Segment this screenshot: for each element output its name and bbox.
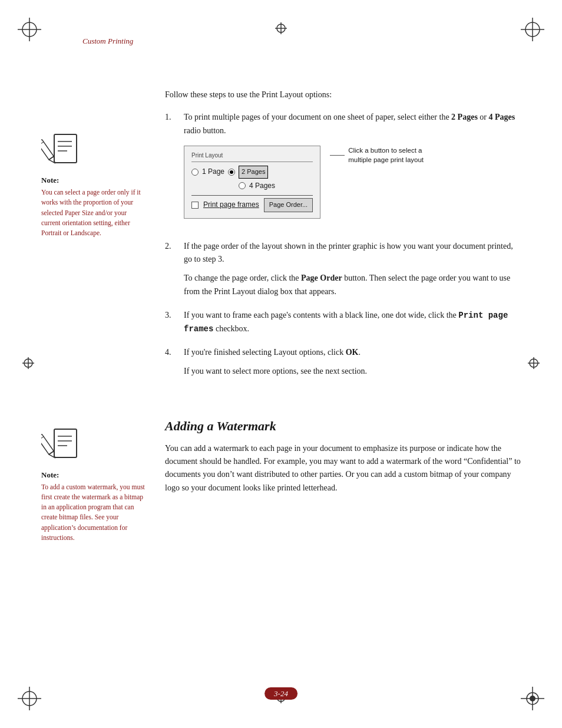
left-column-2: Note: To add a custom watermark, you mus… [41,401,159,555]
step2-text: If the page order of the layout shown in… [184,242,513,263]
step-item-3: 3. If you want to frame each page's cont… [165,309,521,335]
checkbox-print-frames[interactable] [191,202,199,209]
second-section: Note: To add a custom watermark, you mus… [41,401,521,555]
svg-line-31 [41,142,44,146]
page-order-button[interactable]: Page Order... [264,198,313,212]
dialog-title-text: Print Layout [191,151,313,162]
checkbox-label: Print page frames [203,199,259,210]
dialog-title: Print Layout [191,151,313,162]
side-mark-right [528,357,540,371]
side-mark-left [22,357,34,371]
dialog-row-4pages: 4 Pages [191,180,313,192]
step3-text-before: If you want to frame each page's content… [184,311,458,319]
breadcrumb: Custom Printing [82,37,133,46]
callout-area: Click a button to select a multiple page… [330,146,431,164]
radio-1page[interactable] [191,169,199,176]
corner-mark-br [521,687,544,710]
step-number-1: 1. [165,111,177,229]
left-column: Note: You can select a page order only i… [41,88,159,389]
step4-bold: OK [346,348,359,357]
intro-text: Follow these steps to use the Print Layo… [165,88,521,101]
right-column: Follow these steps to use the Print Layo… [159,88,521,389]
note-label-1: Note: [41,176,147,185]
step-number-4: 4. [165,346,177,378]
content-area: Note: You can select a page order only i… [41,88,521,389]
corner-mark-tr [521,18,544,41]
dialog-divider [191,195,313,196]
right-column-2: Adding a Watermark You can add a waterma… [159,401,521,555]
note-icon-1 [41,124,88,171]
page: Custom Printing [0,0,562,728]
page-number-badge: 3-24 [265,687,297,700]
step-item-2: 2. If the page order of the layout shown… [165,240,521,299]
dialog-row-1page: 1 Page 2 Pages [191,166,313,179]
step-content-3: If you want to frame each page's content… [184,309,521,335]
note-icon-2 [41,419,88,466]
radio-2pages[interactable] [228,169,235,176]
step1-text-before: To print multiple pages of your document… [184,113,451,121]
step-item-1: 1. To print multiple pages of your docum… [165,111,521,229]
step-number-3: 3. [165,309,177,335]
svg-marker-30 [49,156,57,164]
note-label-2: Note: [41,470,147,480]
callout-text: Click a button to select a multiple page… [348,146,431,164]
step1-text-mid: or [478,113,489,121]
section-body: You can add a watermark to each page in … [165,442,521,495]
corner-mark-tl [18,18,41,41]
corner-mark-bl [18,687,41,710]
step-content-2: If the page order of the layout shown in… [184,240,521,299]
option-4pages-label: 4 Pages [249,180,275,192]
svg-marker-37 [49,451,57,459]
note-text-1: You can select a page order only if it w… [41,187,147,238]
step1-text-after: radio button. [184,126,226,135]
page-number-container: 3-24 [265,689,297,699]
step2-sub-text1: To change the page order, click the [184,274,301,282]
dialog-container: Print Layout 1 Page 2 Pages [184,146,521,218]
callout-line [330,155,345,156]
note-block-2: Note: To add a custom watermark, you mus… [41,419,147,543]
step3-text-after: checkbox. [213,324,249,333]
note-text-2: To add a custom watermark, you must firs… [41,482,147,543]
svg-line-38 [41,436,44,440]
dialog-box: Print Layout 1 Page 2 Pages [184,146,320,218]
step2-sub-bold: Page Order [301,274,342,282]
svg-rect-25 [54,134,77,163]
step1-bold1: 2 Pages [451,113,478,121]
svg-rect-32 [54,429,77,457]
step-list: 1. To print multiple pages of your docum… [165,111,521,378]
step4-text-after: . [358,348,361,357]
option-1page-label: 1 Page [202,166,224,177]
step-item-4: 4. If you're finished selecting Layout o… [165,346,521,378]
step-number-2: 2. [165,240,177,299]
radio-4pages[interactable] [239,182,246,189]
side-mark-top [275,22,287,37]
step1-bold2: 4 Pages [489,113,515,121]
step4-text-before: If you're finished selecting Layout opti… [184,348,346,357]
option-2pages-label: 2 Pages [239,166,268,179]
step2-sub-para: To change the page order, click the Page… [184,272,521,298]
step4-sub-para: If you want to select more options, see … [184,365,521,378]
step-content-4: If you're finished selecting Layout opti… [184,346,521,378]
dialog-bottom-row: Print page frames Page Order... [191,198,313,212]
note-block-1: Note: You can select a page order only i… [41,124,147,238]
section-heading: Adding a Watermark [165,419,521,434]
step-content-1: To print multiple pages of your document… [184,111,521,229]
